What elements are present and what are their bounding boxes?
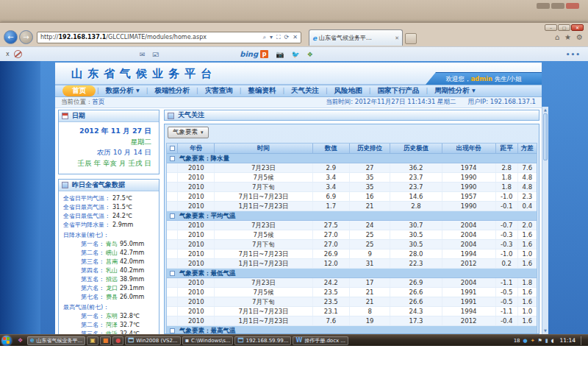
- menu-item-5[interactable]: 整编资料: [241, 86, 282, 96]
- table-row[interactable]: 20107月5候27.02530.52004-0.31.6: [167, 230, 537, 240]
- action-center-icon[interactable]: ⚑: [538, 338, 542, 344]
- collapse-checkbox[interactable]: [170, 328, 175, 333]
- search-dropdown-icon[interactable]: ▾: [270, 32, 273, 43]
- tab-close-icon[interactable]: ✕: [395, 35, 399, 41]
- compatibility-icon[interactable]: ⛶: [276, 32, 281, 43]
- menu-item-6[interactable]: 天气关注: [284, 86, 326, 96]
- table-row[interactable]: 20107月5候3.43523.719901.84.8: [167, 173, 537, 183]
- maximize-button[interactable]: ▢: [558, 24, 570, 31]
- table-row[interactable]: 20107月1日~7月23日26.9928.01994-1.01.0: [167, 250, 537, 259]
- show-desktop-button[interactable]: [581, 336, 584, 345]
- minimize-button[interactable]: –: [545, 24, 557, 31]
- camera-icon[interactable]: 📷: [276, 51, 284, 58]
- cmd-window-icon: ▪: [185, 337, 189, 344]
- table-row[interactable]: 20107月下旬27.02530.52004-0.31.6: [167, 240, 537, 250]
- address-bar[interactable]: http://192.168.137.1/GLCCLIMATE/modules/…: [37, 32, 301, 43]
- table-row[interactable]: 20101月1日~7月23日12.03122.320120.21.6: [167, 259, 537, 269]
- menu-item-8[interactable]: 国家下行产品: [371, 86, 426, 96]
- new-tab-button[interactable]: [405, 33, 417, 44]
- search-icon[interactable]: ⌕: [262, 32, 265, 43]
- app-window[interactable]: ■: [100, 336, 112, 345]
- group-row[interactable]: 气象要素：最高气温: [167, 326, 537, 334]
- table-row[interactable]: 20107月23日27.52430.72004-0.72.0: [167, 221, 537, 230]
- explorer-window[interactable]: ▣: [87, 336, 98, 345]
- forward-button[interactable]: →: [19, 30, 33, 44]
- stop-icon[interactable]: ✕: [293, 32, 298, 43]
- home-icon[interactable]: ⌂: [555, 33, 559, 41]
- table-row[interactable]: 20107月下旬23.52126.61991-0.51.6: [167, 297, 537, 307]
- scroll-down-icon[interactable]: ▼: [542, 328, 548, 334]
- browser-tab[interactable]: e 山东省气候业务平... ✕: [309, 29, 403, 46]
- table-cell: 2010: [178, 221, 215, 230]
- scrollbar-thumb[interactable]: [543, 113, 548, 160]
- settings-gear-icon[interactable]: ⚙: [576, 33, 583, 41]
- col-rank: 历史排位: [350, 144, 390, 153]
- table-cell: -0.5: [496, 297, 518, 306]
- favorites-star-icon[interactable]: ★: [564, 33, 571, 41]
- table-row[interactable]: 20107月23日2.92736.219742.87.6: [167, 163, 537, 173]
- rank-label: 第六名：: [81, 284, 106, 293]
- table-row[interactable]: 20101月1日~7月23日7.61917.32012-0.41.6: [167, 316, 537, 326]
- scroll-up-icon[interactable]: ▲: [542, 107, 548, 113]
- messenger-icon[interactable]: ●: [523, 338, 528, 344]
- volume-icon[interactable]: ◖: [551, 338, 554, 344]
- cmd-window[interactable]: ▪C:\Windows\s...: [182, 336, 234, 345]
- page-scrollbar[interactable]: ▲ ▼: [542, 107, 548, 334]
- calendar-panel-title: 日期: [72, 112, 85, 119]
- overflow-menu-icon[interactable]: •••: [566, 51, 581, 58]
- media-window[interactable]: ●: [112, 336, 123, 345]
- group-row[interactable]: 气象要素：平均气温: [167, 211, 537, 221]
- group-label: 气象要素：降水量: [179, 155, 229, 162]
- table-cell: 3.4: [313, 173, 350, 182]
- table-cell: -0.3: [496, 240, 518, 249]
- table-cell: -1.0: [496, 250, 518, 258]
- table-cell: 0.4: [518, 202, 537, 210]
- menu-item-4[interactable]: 灾害查询: [198, 86, 240, 96]
- element-filter-button[interactable]: 气象要素 ▾: [168, 127, 209, 138]
- collapse-checkbox[interactable]: [170, 156, 175, 161]
- rank-entry: 第七名：费县26.0mm: [63, 293, 156, 302]
- refresh-icon[interactable]: ⟳: [284, 32, 290, 43]
- breadcrumb-page[interactable]: 首页: [93, 98, 105, 107]
- apps-icon[interactable]: ❖: [307, 51, 313, 58]
- ie-window[interactable]: e山东省气候业务平...: [27, 336, 85, 345]
- collapse-checkbox[interactable]: [170, 213, 175, 219]
- table-row[interactable]: 20107月1日~7月23日23.1824.31994-1.11.0: [167, 307, 537, 316]
- menu-item-3[interactable]: 极端性分析: [148, 86, 196, 96]
- collapse-checkbox[interactable]: [170, 271, 175, 276]
- close-button[interactable]: ✕: [571, 24, 584, 31]
- rdp-window[interactable]: 🗖192.168.59.99...: [234, 336, 291, 345]
- taskbar: ❖ e山东省气候业务平...▣■●🗔Win2008 (VS2...▪C:\Win…: [0, 334, 588, 346]
- table-row[interactable]: 20107月5候23.52126.61991-0.51.6: [167, 288, 537, 297]
- word-window[interactable]: W操作手册.docx ...: [293, 336, 348, 345]
- count-indicator[interactable]: 18: [514, 338, 520, 344]
- media-center-icon[interactable]: ❖: [15, 336, 25, 345]
- table-cell: 2004: [442, 240, 496, 249]
- vm-window[interactable]: 🗔Win2008 (VS2...: [125, 336, 180, 345]
- network-icon[interactable]: ▮: [545, 338, 548, 344]
- rank-label: 第一名：: [81, 240, 106, 249]
- table-row[interactable]: 20107月23日24.21726.92004-1.11.8: [167, 278, 537, 288]
- start-button[interactable]: [1, 336, 12, 346]
- url-path: /GLCCLIMATE/modules/home.aspx: [106, 32, 207, 43]
- addon-close-icon[interactable]: x: [6, 51, 10, 57]
- menu-item-7[interactable]: 风险地图: [328, 86, 369, 96]
- group-label: 气象要素：最低气温: [179, 269, 236, 277]
- menu-item-2[interactable]: 数据分析 ▾: [99, 86, 146, 96]
- send-page-icon[interactable]: 🖃: [152, 51, 159, 58]
- table-row[interactable]: 20107月下旬3.43523.719901.84.8: [167, 183, 537, 192]
- select-all-checkbox[interactable]: [170, 146, 175, 151]
- group-row[interactable]: 气象要素：最低气温: [167, 269, 537, 278]
- back-button[interactable]: ←: [4, 30, 18, 44]
- table-row[interactable]: 20101月1日~7月23日1.7212.81990-0.10.4: [167, 202, 537, 211]
- menu-item-9[interactable]: 周期性分析 ▾: [428, 86, 482, 96]
- update-icon[interactable]: ✦: [531, 338, 535, 344]
- taskbar-clock[interactable]: 11:14: [556, 337, 576, 344]
- menu-item-1[interactable]: 首页: [62, 85, 96, 96]
- mail-icon[interactable]: ✉: [140, 51, 146, 58]
- bing-badge-icon[interactable]: p: [260, 50, 268, 58]
- share-icon[interactable]: 🐦: [291, 51, 299, 58]
- group-row[interactable]: 气象要素：降水量: [167, 154, 537, 163]
- table-row[interactable]: 20107月1日~7月23日6.91614.61957-1.02.3: [167, 192, 537, 202]
- row-gutter: [167, 183, 178, 191]
